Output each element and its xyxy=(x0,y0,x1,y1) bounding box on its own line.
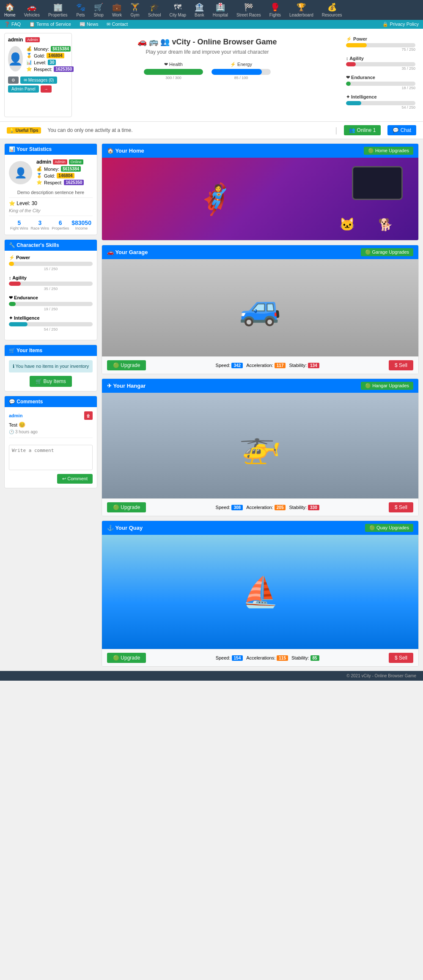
hero-endurance-bar xyxy=(346,82,415,86)
user-card: admin Admin 👤 💰Money:$615384 🥇Gold:14680… xyxy=(4,33,72,117)
hangar-stability-val: 330 xyxy=(308,505,319,510)
garage-upgrade-button[interactable]: 🟢 Upgrade xyxy=(107,360,146,370)
comment-input[interactable] xyxy=(9,445,93,470)
hangar-footer: 🟢 Upgrade Speed: 308 Acceleration: 205 S… xyxy=(102,498,418,516)
nav-gym[interactable]: 🏋 Gym xyxy=(126,2,144,18)
garage-accel-val: 117 xyxy=(275,363,286,368)
gold-value: 146804 xyxy=(47,53,64,58)
properties-lbl: Properties xyxy=(52,226,69,230)
garage-upgrade-header-button[interactable]: 🟢 Garage Upgrades xyxy=(361,248,414,256)
energy-value: 85 / 100 xyxy=(212,76,271,80)
home-pet-cat: 🐱 xyxy=(339,217,355,232)
fight-wins-val: 5 xyxy=(10,219,28,226)
privacy-link[interactable]: 🔒 Privacy Policy xyxy=(382,22,419,27)
nav-resources[interactable]: 💰 Resources xyxy=(318,2,346,18)
properties-val: 6 xyxy=(52,219,69,226)
hangar-sell-button[interactable]: $ Sell xyxy=(389,502,413,512)
hero-power-label: ⚡ Power xyxy=(346,36,415,42)
right-panel: 🏠 Your Home 🟢 Home Upgrades 🦸 🐱 🐕 🚗 Your… xyxy=(102,143,419,667)
hero-intelligence-bar xyxy=(346,101,415,105)
gold-label: Gold: xyxy=(34,53,45,58)
hangar-scene: 🚁 xyxy=(102,393,418,498)
skills-header-label: 🔧 Character's Skills xyxy=(9,242,59,248)
quay-boat: ⛵ xyxy=(242,575,279,609)
quay-section-title: ⚓ Your Quay xyxy=(107,525,143,531)
comments-header: 💬 Comments xyxy=(5,396,97,407)
nav-bank-label: Bank xyxy=(195,13,204,17)
quay-upgrade-button[interactable]: 🟢 Upgrade xyxy=(107,653,146,663)
level-label: Level: xyxy=(34,60,46,65)
quay-sell-button[interactable]: $ Sell xyxy=(389,653,413,663)
hero-agility-label: ↕ Agility xyxy=(346,56,415,61)
chat-button[interactable]: 💬 Chat xyxy=(387,125,416,135)
nav-pets[interactable]: 🐾 Pets xyxy=(72,2,90,18)
tos-link[interactable]: 📋 Terms of Service xyxy=(29,22,71,27)
skills-body: ⚡ Power 15 / 250 ↕ Agility 35 / 250 ❤ En… xyxy=(5,251,97,340)
admin-panel-button[interactable]: Admin Panel xyxy=(8,85,39,93)
power-skill: ⚡ Power 15 / 250 xyxy=(9,255,93,271)
quay-section: ⚓ Your Quay 🟢 Quay Upgrades ⛵ 🟢 Upgrade … xyxy=(102,520,419,667)
work-icon: 💼 xyxy=(112,3,121,12)
hero-subtitle: Play your dream life and improve your vi… xyxy=(80,49,334,55)
garage-footer: 🟢 Upgrade Speed: 342 Acceleration: 117 S… xyxy=(102,356,418,374)
pets-icon: 🐾 xyxy=(76,3,85,12)
nav-properties[interactable]: 🏢 Properties xyxy=(44,2,72,18)
nav-school[interactable]: 🎓 School xyxy=(144,2,165,18)
garage-stats: Speed: 342 Acceleration: 117 Stability: … xyxy=(216,363,319,368)
items-header: 🛒 Your Items xyxy=(5,345,97,356)
nav-hospital[interactable]: 🏥 Hospital xyxy=(209,2,232,18)
home-section-title: 🏠 Your Home xyxy=(107,148,144,154)
power-skill-nums: 15 / 250 xyxy=(9,267,93,271)
hero-endurance-label: ❤ Endurance xyxy=(346,75,415,80)
hangar-upgrade-button[interactable]: 🟢 Upgrade xyxy=(107,502,146,512)
garage-accel-tag: Acceleration: 117 xyxy=(246,363,286,368)
settings-button[interactable]: ⚙ xyxy=(8,77,19,84)
fight-wins-lbl: Fight Wins xyxy=(10,226,28,230)
top-navigation: 🏠 Home 🚗 Vehicles 🏢 Properties 🐾 Pets 🛒 … xyxy=(0,0,423,20)
hero-power-nums: 75 / 250 xyxy=(346,47,415,52)
hero-bars: ❤ Health 300 / 300 ⚡ Energy 85 / 100 xyxy=(80,62,334,80)
nav-fights-label: Fights xyxy=(269,13,281,17)
garage-sell-button[interactable]: $ Sell xyxy=(389,360,413,370)
agility-skill-label: ↕ Agility xyxy=(9,275,93,280)
faq-link[interactable]: ❓ FAQ xyxy=(4,22,21,27)
nav-home[interactable]: 🏠 Home xyxy=(0,2,20,18)
quay-stability-val: 85 xyxy=(310,655,319,661)
quay-upgrade-header-button[interactable]: 🟢 Quay Upgrades xyxy=(365,524,413,532)
home-upgrade-button[interactable]: 🟢 Home Upgrades xyxy=(364,147,413,155)
quay-speed-label: Speed: xyxy=(216,655,231,660)
nav-vehicles-label: Vehicles xyxy=(24,13,40,17)
intelligence-skill-nums: 54 / 250 xyxy=(9,327,93,331)
money-value: $615384 xyxy=(51,46,71,52)
nav-gym-label: Gym xyxy=(130,13,139,17)
nav-streetraces[interactable]: 🏁 Street Races xyxy=(232,2,265,18)
comment-delete-button[interactable]: 🗑 xyxy=(84,411,93,420)
nav-fights[interactable]: 🥊 Fights xyxy=(265,2,285,18)
nav-leaderboard[interactable]: 🏆 Leaderboard xyxy=(285,2,318,18)
sidebar: 📊 Your Statistics 👤 admin Admin Online 💰… xyxy=(4,143,97,667)
level-info: ⭐ Level: 30 xyxy=(9,200,93,206)
energy-fill xyxy=(212,69,262,75)
hangar-upgrade-header-button[interactable]: 🟢 Hangar Upgrades xyxy=(361,382,413,390)
nav-bank[interactable]: 🏦 Bank xyxy=(190,2,209,18)
items-header-label: 🛒 Your Items xyxy=(9,348,42,353)
nav-school-label: School xyxy=(148,13,161,17)
nav-shop[interactable]: 🛒 Shop xyxy=(90,2,108,18)
nav-citymap[interactable]: 🗺 City Map xyxy=(165,2,190,18)
nav-home-label: Home xyxy=(4,13,16,17)
contact-link[interactable]: ✉ Contact xyxy=(107,22,128,27)
race-wins-stat: 3 Race Wins xyxy=(31,219,49,230)
garage-stability-label: Stability: xyxy=(289,363,307,368)
online-button[interactable]: 👥 Online 1 xyxy=(344,125,381,135)
nav-resources-label: Resources xyxy=(322,13,342,17)
news-link[interactable]: 📰 News xyxy=(80,22,99,27)
arrow-button[interactable]: → xyxy=(41,85,52,93)
comment-content: Test xyxy=(9,422,17,427)
garage-section-title: 🚗 Your Garage xyxy=(107,249,148,255)
comment-submit-button[interactable]: ↩ Comment xyxy=(57,474,93,484)
nav-work[interactable]: 💼 Work xyxy=(108,2,126,18)
nav-vehicles[interactable]: 🚗 Vehicles xyxy=(20,2,44,18)
buy-items-button[interactable]: 🛒 Buy Items xyxy=(30,376,72,387)
footer-text: © 2021 vCity - Online Browser Game xyxy=(346,673,416,678)
messages-button[interactable]: ✉ Messages (0) xyxy=(20,77,57,84)
